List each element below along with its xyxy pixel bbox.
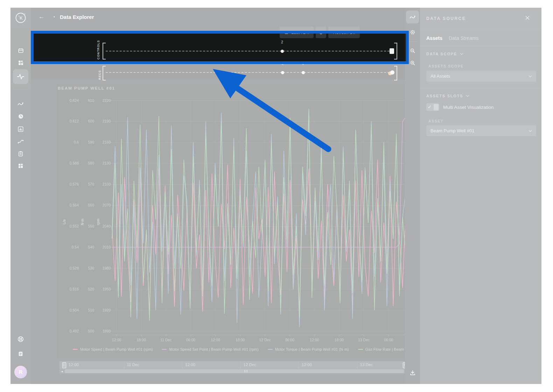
svg-text:0.528: 0.528	[70, 266, 79, 270]
svg-text:2130: 2130	[103, 161, 111, 165]
sidebar-item-trends[interactable]	[10, 98, 31, 110]
notes-icon	[18, 351, 24, 357]
refresh-off-button[interactable]: Refresh Off	[328, 27, 360, 38]
close-icon[interactable]	[525, 15, 531, 22]
svg-text:560: 560	[88, 203, 94, 207]
panel-divider	[420, 28, 541, 28]
sidebar-item-data-explorer-active[interactable]	[13, 69, 28, 84]
controls-dashed-line	[106, 51, 393, 51]
sidebar-item-calendar[interactable]	[10, 44, 31, 56]
controls-range-handle[interactable]	[390, 48, 394, 54]
svg-text:580: 580	[88, 161, 94, 165]
svg-text:510: 510	[88, 308, 94, 312]
sidebar-item-apps[interactable]	[10, 57, 31, 69]
right-toolbar	[405, 8, 420, 384]
asset-value: Beam Pump Well #01	[430, 128, 475, 133]
scroll-left-arrow[interactable]: ◂	[59, 369, 64, 373]
svg-text:1980: 1980	[103, 266, 111, 270]
assets-slots-section-header[interactable]: ASSETS SLOTS	[426, 94, 469, 98]
legend-item[interactable]: Motor Torque | Beam Pump Well #01 (N·m)	[268, 347, 349, 351]
controls-left-bracket	[103, 43, 106, 59]
minimap-left-handle[interactable]	[62, 362, 66, 368]
sidebar-item-reports[interactable]	[10, 148, 31, 160]
top-toolbar: Last 72 h Refresh Off	[280, 27, 360, 38]
toolbar-settings-button[interactable]	[405, 27, 420, 37]
clipboard-icon	[18, 150, 24, 157]
sidebar-item-history[interactable]	[10, 110, 31, 122]
minimap-section-divider	[182, 361, 182, 369]
flow-icon	[17, 138, 24, 145]
svg-text:K: K	[20, 15, 23, 21]
assets-slots-header-label: ASSETS SLOTS	[426, 94, 463, 98]
breadcrumb-dot	[54, 16, 55, 18]
refresh-button[interactable]	[316, 27, 326, 38]
minimap-section-divider	[299, 361, 299, 369]
asset-label: ASSET	[428, 119, 443, 123]
svg-text:570: 570	[88, 182, 94, 186]
panel-divider	[420, 46, 541, 46]
svg-text:12:00: 12:00	[211, 338, 220, 342]
toolbar-zoom-in-button[interactable]	[405, 58, 420, 68]
svg-text:0.504: 0.504	[70, 308, 79, 312]
assets-scope-dropdown[interactable]: All Assets	[426, 71, 536, 82]
svg-text:520: 520	[88, 287, 94, 291]
svg-text:2190: 2190	[103, 119, 111, 123]
sidebar-item-bar-charts[interactable]	[10, 123, 31, 135]
toolbar-zoom-out-button[interactable]	[405, 46, 420, 56]
legend-item[interactable]: Motor Speed | Beam Pump Well #01 (rpm)	[73, 347, 153, 351]
refresh-icon	[318, 30, 323, 35]
svg-text:12:00: 12:00	[112, 338, 121, 342]
sidebar-item-dashboards[interactable]	[10, 160, 31, 172]
scrollbar-thumb[interactable]	[65, 369, 404, 373]
svg-text:1950: 1950	[103, 287, 111, 291]
recs-track-label: RECS	[98, 66, 102, 80]
track-event-dot[interactable]	[302, 71, 305, 74]
chevron-down-icon	[460, 53, 463, 55]
svg-text:18:00: 18:00	[137, 338, 146, 342]
user-avatar[interactable]: R	[14, 366, 27, 378]
svg-text:0.516: 0.516	[70, 287, 79, 291]
timeline-minimap[interactable]: 12:0011 Dec12:0012 Dec12:0013 Dec	[59, 361, 410, 369]
back-button[interactable]: ←	[38, 13, 44, 20]
minimap-time-label: 12:00	[302, 363, 312, 367]
svg-text:610: 610	[88, 98, 94, 103]
svg-text:0.6: 0.6	[74, 140, 79, 144]
track-event-dot[interactable]	[281, 71, 284, 74]
svg-text:13 Dec: 13 Dec	[358, 338, 370, 342]
minimap-time-label: 13 Dec	[360, 363, 373, 367]
k-logo-icon: K	[15, 12, 27, 24]
chart-card: BEAM PUMP WELL #01 0.6240.6120.60.5880.5…	[57, 84, 414, 359]
legend-color-dash	[268, 349, 273, 350]
check-icon: ✓	[428, 104, 432, 110]
trend-icon	[409, 14, 416, 21]
toolbar-trend-button-active[interactable]	[406, 10, 419, 23]
minimap-section-divider	[357, 361, 357, 369]
multi-asset-toggle[interactable]: ✓	[426, 103, 439, 111]
zoom-in-icon	[410, 60, 416, 66]
sidebar-item-notes[interactable]	[10, 348, 31, 360]
main-area: ← Data Explorer Last 72 h Re	[31, 8, 405, 384]
data-scope-section-header[interactable]: DATA SCOPE	[426, 52, 463, 56]
legend-item[interactable]: Motor Speed Set Point | Beam Pump Well #…	[162, 347, 258, 351]
svg-text:590: 590	[88, 140, 94, 144]
tab-data-streams[interactable]: Data Streams	[449, 35, 479, 41]
svg-text:L/s: L/s	[62, 219, 66, 224]
toolbar-download-button[interactable]	[405, 368, 420, 378]
track-event-count: 2	[282, 62, 284, 65]
time-range-button[interactable]: Last 72 h	[280, 27, 314, 38]
horizontal-scrollbar[interactable]: ◂ ▸	[59, 369, 410, 373]
svg-text:0.492: 0.492	[70, 329, 79, 333]
asset-dropdown[interactable]: Beam Pump Well #01	[426, 125, 536, 136]
minimap-time-label: 12:00	[185, 363, 195, 367]
svg-text:2220: 2220	[103, 98, 111, 103]
svg-text:0.624: 0.624	[70, 98, 79, 103]
minimap-time-label: 11 Dec	[127, 363, 140, 367]
assets-scope-label: ASSETS SCOPE	[428, 64, 464, 68]
sidebar-item-flows[interactable]	[10, 135, 31, 147]
page-title: Data Explorer	[60, 14, 94, 20]
sidebar-item-help[interactable]	[10, 333, 31, 345]
recs-end-marker-white[interactable]	[390, 70, 394, 75]
logo-button[interactable]: K	[10, 8, 31, 28]
track-event-dot[interactable]	[281, 50, 284, 53]
tab-assets[interactable]: Assets	[426, 35, 442, 41]
